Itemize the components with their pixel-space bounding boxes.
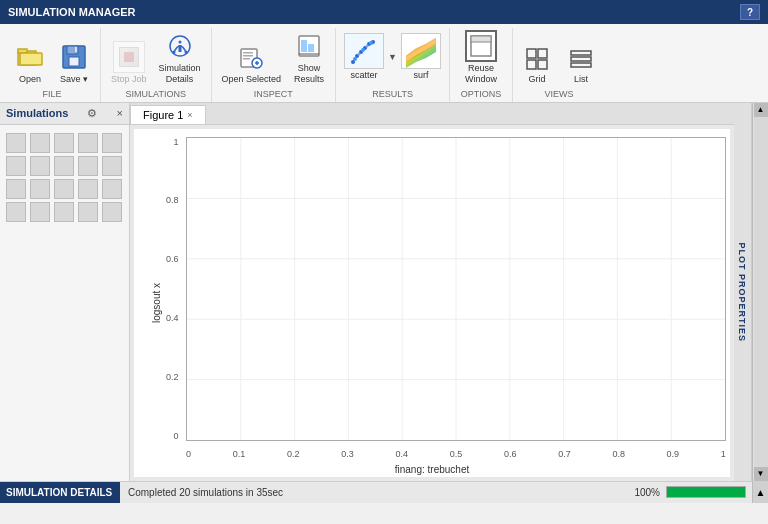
results-group-label: RESULTS — [342, 87, 443, 102]
figure-tab-1[interactable]: Figure 1 × — [130, 105, 206, 124]
x-tick-4: 0.4 — [395, 449, 408, 459]
x-tick-2: 0.2 — [287, 449, 300, 459]
show-results-icon — [293, 30, 325, 62]
show-results-button[interactable]: Show Results — [289, 28, 329, 87]
figure-area: Figure 1 × logsout x 1 0.8 0.6 0.4 0.2 0 — [130, 103, 734, 481]
title-bar: SIMULATION MANAGER ? — [0, 0, 768, 24]
svg-point-35 — [366, 45, 369, 48]
x-tick-1: 0.1 — [233, 449, 246, 459]
x-ticks: 0 0.1 0.2 0.3 0.4 0.5 0.6 0.7 0.8 0.9 1 — [186, 449, 726, 459]
sim-cell-15[interactable] — [102, 179, 122, 199]
sim-cell-18[interactable] — [54, 202, 74, 222]
status-left-label: SIMULATION DETAILS — [0, 482, 120, 503]
svg-rect-15 — [243, 55, 253, 57]
app-title: SIMULATION MANAGER — [8, 6, 136, 18]
simulations-group-label: SIMULATIONS — [107, 87, 205, 102]
y-ticks: 1 0.8 0.6 0.4 0.2 0 — [166, 137, 179, 441]
options-group-label: OPTIONS — [456, 87, 506, 102]
stop-job-label: Stop Job — [111, 74, 147, 85]
list-view-button[interactable]: List — [563, 43, 599, 87]
sim-cell-20[interactable] — [102, 202, 122, 222]
svg-rect-7 — [124, 52, 134, 62]
surf-button[interactable]: surf — [399, 31, 443, 83]
sim-cell-6[interactable] — [6, 156, 26, 176]
figure-tab-close-btn[interactable]: × — [187, 110, 192, 120]
svg-point-32 — [361, 48, 365, 52]
help-button[interactable]: ? — [740, 4, 760, 20]
sim-cell-10[interactable] — [102, 156, 122, 176]
scroll-down-btn[interactable]: ▼ — [754, 467, 768, 481]
sim-cell-8[interactable] — [54, 156, 74, 176]
sim-cell-13[interactable] — [54, 179, 74, 199]
results-dropdown-arrow[interactable]: ▼ — [388, 52, 397, 62]
svg-rect-43 — [538, 60, 547, 69]
vertical-scrollbar[interactable]: ▲ ▼ — [752, 103, 768, 481]
ribbon-group-views: Grid List VIEWS — [513, 28, 605, 102]
grid-label: Grid — [529, 74, 546, 85]
x-tick-7: 0.7 — [558, 449, 571, 459]
sim-cell-12[interactable] — [30, 179, 50, 199]
svg-rect-14 — [243, 52, 253, 54]
scroll-up-btn[interactable]: ▲ — [754, 103, 768, 117]
x-axis-label: finang: trebuchet — [395, 464, 470, 475]
y-tick-4: 0.4 — [166, 313, 179, 323]
sim-cell-9[interactable] — [78, 156, 98, 176]
svg-rect-22 — [308, 44, 314, 52]
x-tick-0: 0 — [186, 449, 191, 459]
sim-cell-19[interactable] — [78, 202, 98, 222]
open-button[interactable]: Open — [10, 39, 50, 87]
sidebar-close-icon[interactable]: × — [117, 107, 123, 119]
sim-cell-4[interactable] — [78, 133, 98, 153]
grid-view-button[interactable]: Grid — [519, 43, 555, 87]
sim-cell-2[interactable] — [30, 133, 50, 153]
svg-point-9 — [178, 41, 181, 44]
svg-rect-41 — [538, 49, 547, 58]
stop-job-button[interactable]: Stop Job — [107, 39, 151, 87]
svg-rect-42 — [527, 60, 536, 69]
sidebar-settings-icon[interactable]: ⚙ — [87, 107, 97, 120]
sim-cell-1[interactable] — [6, 133, 26, 153]
svg-rect-39 — [471, 36, 491, 42]
scroll-track — [754, 117, 768, 467]
svg-rect-45 — [571, 57, 591, 61]
main-area: Simulations ⚙ × — [0, 103, 768, 481]
x-tick-9: 0.9 — [667, 449, 680, 459]
reuse-window-button[interactable]: Reuse Window — [456, 28, 506, 87]
ribbon-toolbar: Open Save ▾ FILE — [0, 24, 768, 102]
y-axis-label: logsout x — [151, 283, 162, 323]
simulation-details-button[interactable]: Simulation Details — [155, 28, 205, 87]
sidebar-header: Simulations ⚙ × — [0, 103, 129, 125]
sim-cell-14[interactable] — [78, 179, 98, 199]
svg-rect-21 — [301, 40, 307, 52]
ribbon-group-file: Open Save ▾ FILE — [4, 28, 101, 102]
svg-point-31 — [353, 57, 357, 61]
open-label: Open — [19, 74, 41, 85]
x-tick-5: 0.5 — [450, 449, 463, 459]
surf-label: surf — [414, 70, 429, 81]
sim-cell-17[interactable] — [30, 202, 50, 222]
scatter-button[interactable]: scatter — [342, 31, 386, 83]
sim-cell-7[interactable] — [30, 156, 50, 176]
status-percent: 100% — [628, 487, 666, 498]
reuse-window-label: Reuse Window — [465, 63, 497, 85]
ribbon-group-results: scatter ▼ — [336, 28, 450, 102]
scatter-icon — [344, 33, 384, 69]
y-tick-2: 0.8 — [166, 195, 179, 205]
sim-cell-3[interactable] — [54, 133, 74, 153]
save-button[interactable]: Save ▾ — [54, 39, 94, 87]
x-tick-6: 0.6 — [504, 449, 517, 459]
sim-cell-5[interactable] — [102, 133, 122, 153]
plot-box — [186, 137, 726, 441]
svg-rect-44 — [571, 51, 591, 55]
scatter-label: scatter — [351, 70, 378, 81]
open-selected-button[interactable]: Open Selected — [218, 39, 286, 87]
figure-tab-label: Figure 1 — [143, 109, 183, 121]
svg-rect-40 — [527, 49, 536, 58]
plot-properties-label: PLOT PROPERTIES — [738, 242, 748, 342]
x-tick-8: 0.8 — [612, 449, 625, 459]
open-selected-label: Open Selected — [222, 74, 282, 85]
status-scroll-btn[interactable]: ▲ — [752, 481, 768, 503]
sim-cell-11[interactable] — [6, 179, 26, 199]
sim-cell-16[interactable] — [6, 202, 26, 222]
plot-properties-panel[interactable]: PLOT PROPERTIES — [734, 103, 752, 481]
